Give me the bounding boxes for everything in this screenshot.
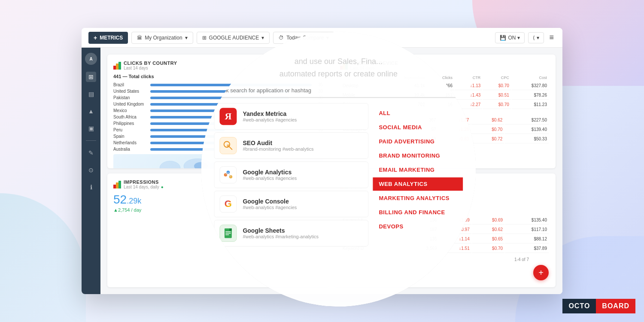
- category-item[interactable]: ALL: [373, 106, 463, 120]
- svg-point-24: [227, 144, 229, 147]
- chevron-down-icon-2: ▾: [261, 35, 264, 41]
- impressions-title-text: IMPRESSIONS Last 14 days, daily ●: [124, 179, 164, 189]
- app-name: Google Sheets: [243, 227, 319, 234]
- row3-cost: $37.89: [505, 244, 549, 253]
- app-icon-sheets: [219, 225, 237, 242]
- metrics-button[interactable]: + METRICS: [88, 32, 128, 44]
- country-name: Brazil: [113, 82, 148, 87]
- app-list-item[interactable]: G Google Console #web-analytics #agencie…: [214, 191, 368, 217]
- row-cpc: $0.51: [483, 91, 510, 100]
- grid-icon: ⊞: [202, 35, 207, 41]
- app-icon-seo: [219, 137, 237, 154]
- row2-cpc: $0.62: [471, 116, 504, 125]
- octoboard-brand: OCTO BOARD: [562, 299, 635, 313]
- popup-content: Я Yandex Metrica #web-analytics #agencie…: [214, 103, 463, 283]
- category-item[interactable]: DEVOPS: [373, 220, 463, 233]
- row3-cpc: $0.62: [472, 225, 504, 234]
- app-name: SEO Audit: [243, 140, 313, 146]
- metrics-label: METRICS: [100, 35, 123, 41]
- hamburger-menu[interactable]: ≡: [547, 31, 556, 44]
- country-name: Pakistan: [113, 95, 148, 100]
- audience-dropdown[interactable]: ⊞ GOOGLE AUDIENCE ▾: [197, 32, 270, 44]
- widget-title-country: CLICKS BY COUNTRY Last 14 days: [124, 61, 177, 70]
- row2-cost: $50.33: [505, 135, 549, 143]
- sidebar-item-alerts[interactable]: ▲: [86, 106, 96, 116]
- app-icon-ga: [219, 166, 237, 183]
- category-item[interactable]: BILLING AND FINANCE: [373, 206, 463, 219]
- category-item[interactable]: SOCIAL MEDIA: [373, 121, 463, 134]
- clock-icon: ⏱: [279, 35, 284, 41]
- country-name: United Kingdom: [113, 102, 148, 106]
- org-dropdown[interactable]: 🏛 My Organization ▾: [131, 32, 193, 44]
- app-list-item[interactable]: Google Analytics #web-analytics #agencie…: [214, 161, 368, 188]
- sidebar-divider: [86, 140, 96, 141]
- category-item[interactable]: BRAND MONITORING: [373, 149, 463, 162]
- sidebar-logo: A: [85, 53, 97, 65]
- sidebar-item-dashboard[interactable]: ⊞: [86, 72, 96, 82]
- row-cost: $327.80: [512, 82, 549, 90]
- svg-point-27: [229, 175, 233, 179]
- country-name: Peru: [113, 128, 148, 132]
- svg-line-23: [229, 146, 232, 149]
- sidebar-item-reports[interactable]: ▤: [86, 89, 96, 99]
- share-button[interactable]: ⟨ ▾: [528, 32, 544, 43]
- app-info: Google Sheets #web-analytics #marketing-…: [243, 227, 319, 239]
- app-tags: #web-analytics #agencies: [243, 117, 297, 122]
- widget-title-area-country: CLICKS BY COUNTRY Last 14 days: [113, 61, 177, 70]
- on-button[interactable]: 💾 ON ▾: [495, 32, 525, 43]
- row3-cpc: $0.70: [472, 244, 504, 253]
- col-header-cost: Cost: [512, 75, 549, 81]
- app-list-item[interactable]: Я Yandex Metrica #web-analytics #agencie…: [214, 103, 368, 130]
- row2-cpc: $0.72: [471, 135, 504, 143]
- sidebar-item-info[interactable]: ℹ: [86, 182, 96, 192]
- app-name: Yandex Metrica: [243, 110, 297, 117]
- top-bar-right: 💾 ON ▾ ⟨ ▾ ≡: [495, 31, 556, 44]
- sidebar-item-account[interactable]: ⊙: [86, 165, 96, 175]
- app-tags: #web-analytics #agencies: [243, 205, 297, 210]
- app-name: Google Console: [243, 198, 297, 205]
- on-label: ON: [508, 35, 516, 41]
- category-item[interactable]: PAID ADVERTISING: [373, 135, 463, 148]
- analytics-logo-3: [113, 181, 121, 188]
- row3-cpc: $0.69: [472, 216, 504, 225]
- app-list-item[interactable]: SEO Audit #brand-monitoring #web-analyti…: [214, 132, 368, 159]
- sidebar-item-schedule[interactable]: ▣: [86, 123, 96, 134]
- popup-overlay: and use our Sales, Fina... automated rep…: [201, 32, 476, 307]
- dot-icon: ●: [161, 185, 164, 189]
- brand-octo: OCTO: [562, 299, 596, 313]
- org-label: My Organization: [145, 35, 182, 41]
- svg-rect-34: [229, 228, 232, 231]
- row-cost: $78.26: [512, 91, 549, 100]
- svg-marker-18: [118, 181, 121, 188]
- add-button[interactable]: +: [533, 265, 549, 280]
- row-cpc: $0.70: [483, 100, 510, 109]
- chevron-on: ▾: [517, 35, 520, 41]
- country-name: Mexico: [113, 108, 148, 113]
- main-wrapper: + METRICS 🏛 My Organization ▾ ⊞ GOOGLE A…: [0, 0, 644, 322]
- analytics-logo: [113, 62, 121, 70]
- row2-cpc: $0.70: [471, 125, 504, 134]
- country-name: Australia: [113, 147, 148, 152]
- clicks-by-country-title: CLICKS BY COUNTRY: [124, 61, 177, 66]
- impressions-subtitle: Last 14 days, daily ●: [124, 185, 164, 189]
- row3-cost: $88.12: [505, 235, 549, 243]
- chevron-share: ▾: [537, 35, 539, 41]
- sidebar-item-edit[interactable]: ✎: [86, 148, 96, 158]
- brand-board: BOARD: [596, 299, 635, 313]
- row3-cpc: $0.65: [472, 235, 504, 243]
- category-item[interactable]: EMAIL MARKETING: [373, 163, 463, 176]
- popup-inner: and use our Sales, Fina... automated rep…: [201, 32, 476, 307]
- app-list: Я Yandex Metrica #web-analytics #agencie…: [214, 103, 368, 283]
- clicks-by-country-subtitle: Last 14 days: [124, 66, 177, 70]
- row-ctr: ↓1.13: [455, 82, 482, 90]
- row3-cost: $117.10: [505, 225, 549, 234]
- category-item[interactable]: WEB ANALYTICS: [373, 177, 463, 191]
- svg-marker-16: [113, 185, 116, 188]
- app-list-item[interactable]: Google Sheets #web-analytics #marketing-…: [214, 220, 368, 246]
- col-header-ctr: CTR: [455, 75, 482, 81]
- svg-marker-0: [113, 66, 116, 70]
- app-icon-gc: G: [219, 195, 237, 213]
- popup-search-input[interactable]: [214, 84, 463, 98]
- category-item[interactable]: MARKETING ANALYTICS: [373, 191, 463, 205]
- app-tags: #web-analytics #agencies: [243, 176, 297, 181]
